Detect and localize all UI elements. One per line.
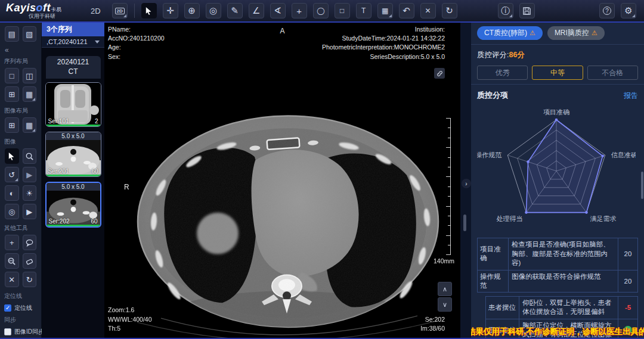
row-desc: 图像的获取是否符合操作规范 (509, 270, 618, 292)
settings-button[interactable]: ⚙ (621, 3, 636, 18)
play-flag-icon: ▶ (26, 170, 32, 179)
series-thumbnail-201[interactable]: 5.0 x 5.0 Ser:20160 (45, 132, 101, 177)
layout-1x2-icon: ◫ (26, 71, 33, 80)
row-name: 操作规范 (478, 270, 509, 292)
refresh-icon: ↻ (26, 275, 33, 284)
qc-score-value: 86分 (509, 51, 524, 59)
series-thumbnail-panel: 3个序列 ,CT,20240121 20240121 CT Ser:1012 (42, 23, 104, 338)
divider (471, 84, 644, 85)
refresh-button[interactable]: ↻ (23, 272, 37, 287)
probe-tool-button[interactable]: ◎ (206, 3, 221, 18)
save-disk-icon (522, 7, 531, 15)
panel-divider-strip: › (460, 23, 471, 338)
layout-2x2-icon: ⊞ (8, 90, 15, 99)
image-pointer-button[interactable] (5, 148, 19, 164)
img-layout-3x3-button[interactable]: ▦ (23, 117, 37, 133)
series-thumbnail-202-selected[interactable]: 5.0 x 5.0 Ser:20260 (45, 182, 101, 228)
svg-text:信息准确: 信息准确 (611, 151, 636, 158)
left-tool-sidebar: ▤ ▧ « 序列布局 □ ◫ ⊞ ▦ 图像布局 ⊞ ▦ 图像 ↺ (0, 23, 42, 338)
link-series-button[interactable] (434, 68, 445, 79)
layout-1x1-button[interactable]: □ (5, 68, 19, 83)
sync-option-row[interactable]: 图像ID同步 (0, 326, 41, 338)
qc-scrollbar-thumb[interactable] (641, 172, 643, 199)
layout-3x3-button[interactable]: ▦ (23, 86, 37, 102)
plus-icon: + (10, 238, 14, 247)
thumb-ser-label: Ser:202 (49, 218, 70, 225)
brightness-button[interactable]: ☀ (23, 185, 37, 201)
locator-checkbox-row[interactable]: 定位线 (0, 303, 41, 314)
cobb-angle-button[interactable]: ∢ (270, 3, 286, 18)
grade-medium-button[interactable]: 中等 (532, 66, 583, 80)
window-preset-button[interactable]: ◎ (5, 204, 19, 219)
section-image-layout: 图像布局 (0, 105, 41, 117)
layout-2x2-button[interactable]: ⊞ (5, 86, 19, 102)
crosshair-tool-button[interactable]: + (292, 3, 307, 18)
undo-icon: ↶ (402, 5, 410, 16)
qc-score-table: 项目准确 检查项目是否准确(项目如脑部、胸部、腹部是否在标准的范围内容) 20 … (477, 238, 638, 293)
warning-icon: ⚠ (592, 29, 597, 37)
layout-1x2-button[interactable]: ◫ (23, 68, 37, 83)
rect-roi-button[interactable]: □ (335, 3, 350, 18)
pan-tool-button[interactable]: ✛ (163, 3, 178, 18)
undo-button[interactable]: ↶ (399, 3, 414, 18)
ellipse-roi-button[interactable]: ◯ (313, 3, 329, 18)
zoom-in-tool-button[interactable]: ⊕ (184, 3, 200, 18)
img-layout-2x2-button[interactable]: ⊞ (5, 117, 19, 133)
grade-fail-button[interactable]: 不合格 (587, 66, 638, 80)
report-link[interactable]: 报告 (624, 91, 638, 101)
study-select-value: ,CT,20240121 (47, 38, 88, 45)
ruler-pencil-icon: ✎ (231, 5, 239, 16)
info-button[interactable]: ⓘ (498, 3, 513, 18)
play-button[interactable]: ▶ (23, 204, 37, 219)
delete-annotation-button[interactable]: ✕ (420, 3, 436, 18)
clear-all-button[interactable]: ✕ (5, 272, 19, 287)
series-list-button[interactable]: ▤ (5, 26, 19, 42)
row-penalty-score: -5 (618, 297, 637, 319)
layout-2d-button[interactable]: 2D (112, 3, 128, 18)
pan-icon: ✛ (166, 5, 174, 16)
svg-text:满足需求: 满足需求 (590, 215, 617, 222)
eraser-button[interactable] (23, 253, 37, 269)
reset-button[interactable]: ↻ (442, 3, 457, 18)
series-thumbnail-101[interactable]: Ser:1012 (45, 82, 101, 127)
thumb-series-desc: 5.0 x 5.0 (47, 183, 100, 191)
warning-icon: ⚠ (530, 29, 535, 37)
cine-play-button[interactable]: ▶ (23, 167, 37, 182)
length-measure-button[interactable]: ✎ (227, 3, 243, 18)
comment-button[interactable] (23, 235, 37, 250)
scroll-down-button[interactable]: ∨ (438, 297, 452, 312)
magnify-button[interactable] (23, 148, 37, 164)
study-block: 20240121 CT (46, 56, 101, 79)
tab-mri-qc[interactable]: MRI脑质控 ⚠ (547, 26, 605, 40)
collapse-sidebar-button[interactable]: « (0, 45, 41, 55)
rotate-flip-button[interactable]: ↺ (5, 167, 19, 182)
scroll-up-button[interactable]: ∧ (438, 282, 452, 296)
img-layout-3x3-icon: ▦ (26, 121, 33, 130)
help-button[interactable]: ? (599, 3, 615, 18)
layout-2d-icon: 2D (115, 8, 125, 14)
text-annotation-button[interactable]: T (356, 3, 371, 18)
strip-scrollbar-thumb[interactable] (463, 214, 466, 231)
locator-checkbox[interactable] (4, 304, 11, 312)
thumb-count: 60 (91, 168, 98, 175)
gear-icon: ⚙ (624, 5, 632, 16)
image-id-sync-checkbox[interactable] (4, 328, 11, 335)
divider (471, 44, 644, 45)
save-button[interactable] (519, 3, 535, 18)
grade-excellent-button[interactable]: 优秀 (477, 66, 528, 80)
report-panel-button[interactable]: ▧ (23, 26, 37, 42)
series-count-header: 3个序列 (42, 23, 104, 36)
image-layout-button[interactable]: ▦ (377, 3, 393, 18)
magnifier-ai-button[interactable] (5, 253, 19, 269)
sync-option-label: 图像ID同步 (14, 328, 44, 336)
tab-ct-qc[interactable]: CT质控(肺部) ⚠ (477, 26, 543, 40)
angle-measure-button[interactable]: ∠ (249, 3, 264, 18)
invert-button[interactable]: ◐ (5, 185, 19, 201)
expand-panel-handle[interactable]: › (462, 179, 471, 188)
app-logo: Kayisoft卡易 仅用于科研 (0, 2, 89, 19)
add-marker-button[interactable]: + (5, 235, 19, 250)
main-image-viewport[interactable]: PName: AccNO:2401210200 Age: Sex: A R In… (104, 23, 460, 338)
link-chain-icon (436, 70, 443, 77)
pointer-tool-button[interactable] (141, 3, 157, 18)
study-select[interactable]: ,CT,20240121 (42, 36, 104, 48)
